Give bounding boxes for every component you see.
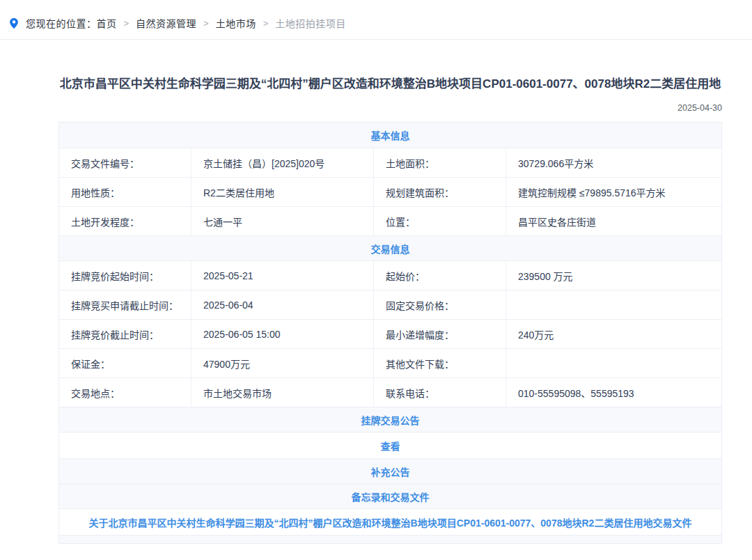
breadcrumb-separator: > bbox=[124, 18, 130, 29]
row-value: 京土储挂（昌）[2025]020号 bbox=[191, 148, 374, 177]
breadcrumb-home[interactable]: 首页 bbox=[97, 16, 117, 30]
trade-document-link-row: 关于北京市昌平区中关村生命科学园三期及“北四村”棚户区改造和环境整治B地块项目C… bbox=[59, 508, 721, 535]
row-label: 规划建筑面积： bbox=[374, 178, 506, 206]
row-label: 其他文件下载： bbox=[374, 349, 506, 378]
section-header-label: 补充公告 bbox=[371, 465, 410, 479]
breadcrumb-natural-resources[interactable]: 自然资源管理 bbox=[136, 16, 196, 30]
row-value: 2025-06-05 15:00 bbox=[191, 320, 374, 348]
section-header-label: 备忘录和交易文件 bbox=[352, 490, 430, 504]
breadcrumb: 您现在的位置： 首页 > 自然资源管理 > 土地市场 > 土地招拍挂项目 bbox=[0, 0, 752, 40]
section-header-listing-announcement: 挂牌交易公告 bbox=[59, 407, 721, 432]
row-label: 起始价： bbox=[374, 261, 506, 290]
table-row: 挂牌竞价截止时间： 2025-06-05 15:00 最小递增幅度： 240万元 bbox=[59, 319, 721, 348]
row-value: 240万元 bbox=[506, 320, 721, 348]
breadcrumb-land-market[interactable]: 土地市场 bbox=[216, 16, 256, 30]
table-row: 保证金： 47900万元 其他文件下载： bbox=[59, 348, 721, 378]
section-header-trade-info: 交易信息 bbox=[59, 235, 721, 260]
section-header-label: 交易信息 bbox=[371, 242, 410, 256]
main-content: 北京市昌平区中关村生命科学园三期及“北四村”棚户区改造和环境整治B地块项目CP0… bbox=[58, 75, 722, 544]
row-label: 挂牌竞价截止时间： bbox=[59, 320, 191, 348]
row-label: 位置： bbox=[374, 207, 506, 235]
section-header-memo-and-documents: 备忘录和交易文件 bbox=[59, 483, 721, 508]
section-header-label: 基本信息 bbox=[371, 128, 410, 142]
view-announcement-link[interactable]: 查看 bbox=[381, 439, 400, 453]
row-value: 昌平区史各庄街道 bbox=[506, 207, 721, 235]
row-label: 交易文件编号： bbox=[59, 148, 191, 177]
section-header-basic-info: 基本信息 bbox=[59, 123, 721, 148]
row-label: 挂牌竞价起始时间： bbox=[59, 261, 191, 290]
row-value: 建筑控制规模 ≤79895.5716平方米 bbox=[506, 178, 721, 206]
row-value bbox=[506, 290, 721, 319]
row-label: 用地性质： bbox=[59, 178, 191, 206]
breadcrumb-separator: > bbox=[203, 18, 209, 29]
trade-document-link[interactable]: 关于北京市昌平区中关村生命科学园三期及“北四村”棚户区改造和环境整治B地块项目C… bbox=[89, 515, 692, 529]
page-title: 北京市昌平区中关村生命科学园三期及“北四村”棚户区改造和环境整治B地块项目CP0… bbox=[50, 75, 730, 93]
table-row: 挂牌竞买申请截止时间： 2025-06-04 固定交易价格： bbox=[59, 290, 721, 319]
row-value: 010-55595098、55595193 bbox=[506, 378, 721, 407]
row-value: 2025-06-04 bbox=[191, 290, 374, 319]
row-label: 保证金： bbox=[59, 349, 191, 378]
table-row: 土地开发程度： 七通一平 位置： 昌平区史各庄街道 bbox=[59, 206, 721, 235]
table-row: 交易文件编号： 京土储挂（昌）[2025]020号 土地面积： 30729.06… bbox=[59, 148, 721, 177]
view-link-row: 查看 bbox=[59, 432, 721, 458]
row-label: 挂牌竞买申请截止时间： bbox=[59, 290, 191, 319]
row-value: 2025-05-21 bbox=[191, 261, 374, 290]
row-value: 七通一平 bbox=[191, 207, 374, 235]
row-label: 土地面积： bbox=[374, 148, 506, 177]
row-value: R2二类居住用地 bbox=[191, 178, 374, 206]
land-parcel-info-table: 基本信息 交易文件编号： 京土储挂（昌）[2025]020号 土地面积： 307… bbox=[58, 122, 722, 544]
breadcrumb-separator: > bbox=[263, 18, 269, 29]
row-label: 最小递增幅度： bbox=[374, 320, 506, 348]
row-value bbox=[506, 349, 721, 378]
next-section-partial-row bbox=[59, 535, 721, 543]
row-value: 239500 万元 bbox=[506, 261, 721, 290]
location-pin-icon bbox=[9, 17, 19, 29]
row-value: 30729.066平方米 bbox=[506, 148, 721, 177]
table-row: 交易地点： 市土地交易市场 联系电话： 010-55595098、5559519… bbox=[59, 378, 721, 407]
row-label: 固定交易价格： bbox=[374, 290, 506, 319]
publish-date: 2025-04-30 bbox=[58, 103, 722, 113]
row-value: 市土地交易市场 bbox=[191, 378, 374, 407]
section-header-supplement-announcement: 补充公告 bbox=[59, 458, 721, 483]
breadcrumb-current-page: 土地招拍挂项目 bbox=[275, 16, 346, 30]
row-label: 联系电话： bbox=[374, 378, 506, 407]
row-label: 土地开发程度： bbox=[59, 207, 191, 235]
table-row: 挂牌竞价起始时间： 2025-05-21 起始价： 239500 万元 bbox=[59, 260, 721, 290]
row-label: 交易地点： bbox=[59, 378, 191, 407]
section-header-label: 挂牌交易公告 bbox=[361, 413, 420, 427]
row-value: 47900万元 bbox=[191, 349, 374, 378]
table-row: 用地性质： R2二类居住用地 规划建筑面积： 建筑控制规模 ≤79895.571… bbox=[59, 177, 721, 206]
breadcrumb-prefix: 您现在的位置： bbox=[26, 16, 97, 30]
